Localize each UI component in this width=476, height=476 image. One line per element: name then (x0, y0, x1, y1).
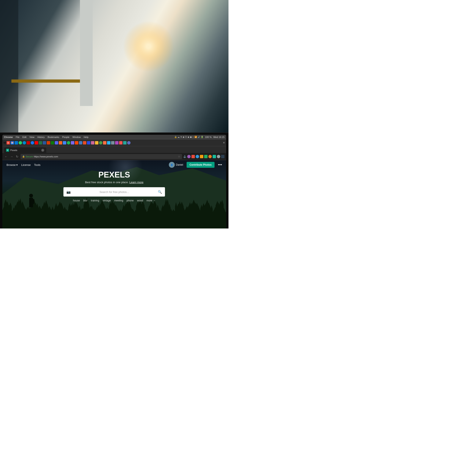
suggestion-vintage[interactable]: vintage (102, 199, 111, 202)
powerpoint-icon[interactable] (47, 141, 50, 144)
suggestion-meeting[interactable]: meeting (114, 199, 123, 202)
user-profile[interactable]: 👤 Daniel (169, 162, 183, 168)
gmail-icon[interactable]: M (4, 141, 6, 144)
calendar-icon[interactable]: 📅 (11, 141, 14, 144)
app-icon-16[interactable] (119, 141, 122, 144)
close-tab-x[interactable]: × (223, 141, 225, 145)
nav-right: 👤 Daniel Contribute Photos ••• (169, 162, 222, 168)
search-suggestions: house blur training vintage meeting phon… (2, 199, 226, 202)
user-avatar: 👤 (169, 162, 175, 168)
back-button[interactable]: ← (4, 154, 8, 159)
browse-link[interactable]: Browse ▾ (7, 163, 18, 167)
app-icon-8[interactable] (87, 141, 90, 144)
ext-icon-7[interactable] (213, 155, 216, 158)
menu-bar: Chrome File Edit View History Bookmarks … (2, 135, 226, 139)
tools-link[interactable]: Tools (34, 163, 40, 167)
pin-icon: ⚓ (183, 155, 186, 158)
bookmark-icon[interactable]: ☆ (178, 155, 180, 158)
app-icon-13[interactable] (107, 141, 110, 144)
user-avatar-face: 👤 (170, 164, 173, 166)
app-icon-4[interactable] (63, 141, 66, 144)
pexels-nav: Browse ▾ License Tools 👤 Daniel (2, 160, 226, 170)
search-bar[interactable]: 📷 Search for free photos... 🔍 (64, 187, 165, 197)
pexels-title: PEXELS (2, 170, 226, 179)
facebook-icon[interactable] (31, 141, 34, 144)
menu-history[interactable]: History (37, 136, 45, 138)
app-icon-2[interactable] (51, 141, 54, 144)
system-icons: 🔒 ☁ ⬆ ◉ ⓢ ◆ ◼ ◻ 📶 🔊 🔋 (174, 136, 203, 138)
user-name[interactable]: Daniel (176, 163, 183, 166)
app-icon-15[interactable] (115, 141, 119, 144)
telegram-icon[interactable] (23, 141, 26, 144)
app-icon-18[interactable] (127, 141, 131, 144)
search-icon[interactable]: 🔍 (158, 190, 162, 194)
youtube-icon[interactable] (35, 141, 38, 144)
suggestion-training[interactable]: training (91, 199, 99, 202)
app-icon-11[interactable] (99, 141, 102, 144)
app-icon-12[interactable] (103, 141, 106, 144)
word-icon[interactable] (43, 141, 46, 144)
hero-text: PEXELS Best free stock photos in one pla… (2, 170, 226, 202)
excel-icon[interactable] (39, 141, 42, 144)
app-icon-5[interactable] (71, 141, 74, 144)
menu-window[interactable]: Window (72, 136, 81, 138)
suggestion-house[interactable]: house (73, 199, 80, 202)
ext-icon-2[interactable] (191, 155, 195, 158)
suggestion-blur[interactable]: blur (83, 199, 87, 202)
subtitle-text: Best free stock photos in one place. (85, 181, 129, 184)
url-text[interactable]: https://www.pexels.com (34, 155, 58, 158)
ext-icon-4[interactable] (200, 155, 203, 158)
active-tab[interactable]: P Pexels × (4, 147, 46, 153)
learn-more-link[interactable]: Learn more (130, 181, 143, 184)
spotify-icon[interactable] (67, 141, 70, 144)
camera-icon: 📷 (67, 190, 71, 194)
app-icon-14[interactable] (111, 141, 115, 144)
zoom-level: 100 % (205, 136, 212, 138)
app-icon-9[interactable] (91, 141, 94, 144)
suggestion-wood[interactable]: wood (137, 199, 143, 202)
suggestion-phone[interactable]: phone (126, 199, 134, 202)
ext-icon-6[interactable] (208, 155, 212, 158)
ext-icon-1[interactable] (187, 155, 191, 158)
pexels-subtitle: Best free stock photos in one place. Lea… (2, 181, 226, 184)
ext-icon-9[interactable] (221, 155, 224, 158)
suggestion-more[interactable]: more → (146, 199, 155, 202)
google-icon[interactable]: G (7, 141, 10, 144)
app-icon-3[interactable] (59, 141, 62, 144)
refresh-button[interactable]: ↻ (15, 154, 19, 159)
app-icon-10[interactable] (95, 141, 98, 144)
more-button[interactable]: ••• (218, 163, 222, 167)
tab-close-button[interactable]: × (41, 149, 44, 152)
nav-left: Browse ▾ License Tools (7, 163, 41, 167)
github-icon[interactable] (79, 141, 82, 144)
app-icon-7[interactable] (83, 141, 86, 144)
menu-help[interactable]: Help (84, 136, 88, 138)
app-icon-1[interactable] (15, 141, 18, 144)
whatsapp-icon[interactable] (19, 141, 22, 144)
pexels-hero: Browse ▾ License Tools 👤 Daniel (2, 160, 226, 228)
ext-icon-8[interactable] (217, 155, 220, 158)
contribute-button[interactable]: Contribute Photos (187, 162, 215, 168)
address-bar: ← → ↻ 🔒 Secure https://www.pexels.com ☆ … (2, 153, 226, 160)
app-icon-6[interactable] (75, 141, 78, 144)
license-link[interactable]: License (21, 163, 31, 167)
menu-view[interactable]: View (29, 136, 34, 138)
secure-indicator: 🔒 (22, 155, 25, 158)
menu-edit[interactable]: Edit (22, 136, 26, 138)
menu-people[interactable]: People (62, 136, 69, 138)
tab-favicon: P (6, 149, 9, 152)
browser-toolbar-icons: M G 📅 (2, 139, 226, 146)
app-icon-17[interactable] (123, 141, 126, 144)
forward-button[interactable]: → (10, 154, 14, 159)
menu-bookmarks[interactable]: Bookmarks (48, 136, 59, 138)
discord-icon[interactable] (55, 141, 58, 144)
menu-bar-right: 🔒 ☁ ⬆ ◉ ⓢ ◆ ◼ ◻ 📶 🔊 🔋 100 % Wed 16:15 (174, 136, 224, 138)
acrobat-icon[interactable] (27, 141, 30, 144)
ext-icon-5[interactable] (204, 155, 207, 158)
url-bar[interactable]: 🔒 Secure https://www.pexels.com ☆ (20, 154, 182, 159)
menu-file[interactable]: File (16, 136, 19, 138)
tab-title: Pexels (10, 149, 40, 152)
search-placeholder: Search for free photos... (72, 190, 156, 194)
tab-bar: P Pexels × (2, 146, 226, 153)
ext-icon-3[interactable] (196, 155, 199, 158)
